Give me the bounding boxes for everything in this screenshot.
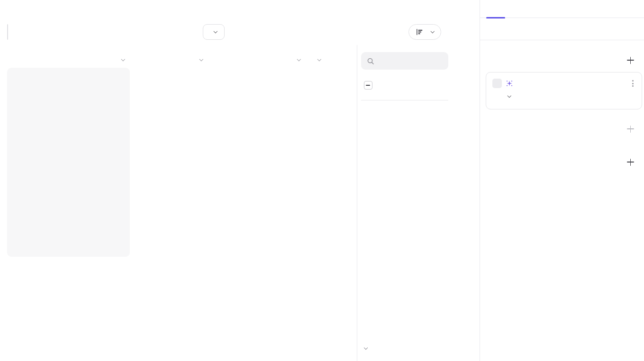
chevron-down-icon: [214, 29, 218, 33]
event-cell[interactable]: [7, 68, 130, 257]
active-tab-underline: [486, 17, 505, 19]
chart-type-button[interactable]: [408, 24, 441, 40]
compare-button[interactable]: [203, 24, 225, 40]
filter-section-header: [492, 124, 634, 134]
chevron-down-icon: [317, 57, 321, 61]
panel-divider: [357, 45, 357, 361]
chevron-down-icon: [508, 94, 511, 98]
add-metric-button[interactable]: [627, 57, 634, 64]
query-panel: [480, 0, 644, 361]
date-range-group: [7, 24, 8, 40]
chevron-down-icon: [121, 57, 125, 61]
search-input[interactable]: [379, 57, 443, 65]
bar-chart-icon: [416, 28, 424, 36]
chevron-down-icon: [199, 57, 203, 61]
select-all-row[interactable]: [364, 81, 377, 90]
aggregation-selector[interactable]: [505, 94, 635, 99]
metrics-section-header: [492, 55, 634, 65]
view-type-tabs: [480, 18, 644, 40]
column-header-search-term[interactable]: [213, 55, 300, 63]
metric-card[interactable]: [486, 72, 642, 109]
event-overall: [7, 80, 120, 86]
chevron-down-icon: [297, 57, 300, 61]
column-header-event[interactable]: [7, 55, 124, 63]
legend-search-box: [361, 52, 448, 70]
show-all-button[interactable]: [364, 346, 371, 350]
metric-letter-badge: [492, 79, 502, 88]
legend-divider: [361, 100, 448, 100]
metric-card-row: [492, 79, 635, 88]
kebab-menu-icon[interactable]: [631, 79, 635, 88]
breakdown-section-header: [492, 157, 634, 167]
column-header-value[interactable]: [315, 55, 358, 63]
add-filter-button[interactable]: [627, 126, 634, 133]
event-spark-icon: [506, 80, 513, 87]
query-panel-tabs: [480, 0, 644, 18]
app: [0, 0, 644, 361]
chevron-down-icon: [364, 346, 368, 350]
add-breakdown-button[interactable]: [627, 159, 634, 166]
search-icon: [367, 57, 374, 65]
column-header-category[interactable]: [133, 55, 202, 63]
chevron-down-icon: [431, 29, 435, 33]
select-all-checkbox[interactable]: [364, 81, 372, 90]
